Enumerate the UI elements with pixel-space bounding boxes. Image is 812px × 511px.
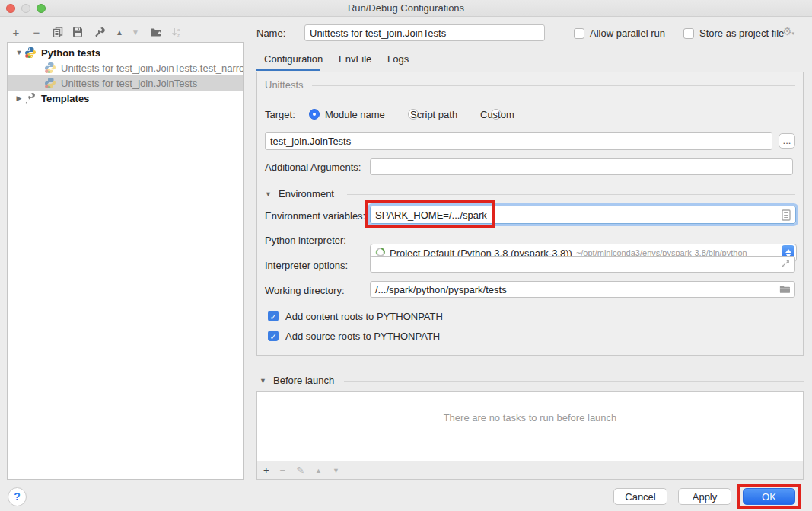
radio-custom-label: Custom: [480, 109, 514, 120]
working-directory-value: /.../spark/python/pyspark/tests: [375, 284, 507, 295]
wrench-icon: [24, 92, 37, 104]
source-roots-checkbox[interactable]: ✓: [268, 331, 279, 341]
ok-button[interactable]: OK: [743, 488, 795, 505]
titlebar: Run/Debug Configurations: [0, 0, 812, 17]
store-as-project-file-checkbox[interactable]: [683, 28, 694, 39]
interpreter-options-input[interactable]: [370, 256, 795, 273]
chevron-right-icon[interactable]: ▶: [14, 94, 24, 102]
before-launch-label: Before launch: [273, 375, 334, 386]
radio-module-name[interactable]: [309, 109, 320, 120]
edit-variables-icon[interactable]: [782, 209, 791, 223]
help-button[interactable]: ?: [8, 487, 27, 506]
target-module-input[interactable]: [265, 132, 772, 150]
environment-variables-input[interactable]: SPARK_HOME=/.../spark: [370, 206, 796, 224]
new-folder-icon[interactable]: [148, 25, 163, 39]
section-separator: [344, 381, 804, 382]
gear-icon[interactable]: ⚙▾: [782, 25, 794, 37]
before-launch-empty-text: There are no tasks to run before launch: [257, 412, 803, 423]
window-title: Run/Debug Configurations: [0, 2, 812, 14]
copy-configuration-icon[interactable]: [50, 25, 65, 39]
svg-text:a: a: [177, 27, 180, 32]
move-down-icon[interactable]: ▼: [128, 25, 143, 39]
task-down-icon[interactable]: ▼: [333, 467, 339, 474]
group-separator: [312, 85, 795, 86]
radio-module-name-label: Module name: [325, 109, 385, 120]
content-roots-checkbox[interactable]: ✓: [268, 311, 279, 321]
tab-logs[interactable]: Logs: [387, 53, 409, 69]
sort-alphabetically-icon[interactable]: az: [169, 25, 184, 39]
environment-collapse-icon[interactable]: ▼: [265, 190, 272, 198]
move-up-icon[interactable]: ▲: [112, 25, 127, 39]
tree-item-python-tests[interactable]: ▼ Python tests: [8, 45, 243, 60]
section-separator: [347, 194, 795, 195]
save-configuration-icon[interactable]: [70, 25, 85, 39]
tree-item-label: Python tests: [41, 47, 100, 59]
python-tests-icon: [24, 46, 37, 59]
folder-icon[interactable]: [779, 285, 790, 296]
chevron-down-icon[interactable]: ▼: [14, 49, 24, 56]
before-launch-toolbar: + − ✎ ▲ ▼: [257, 461, 803, 479]
tab-envfile[interactable]: EnvFile: [339, 53, 371, 69]
radio-script-path-label: Script path: [410, 109, 457, 120]
configurations-tree: ▼ Python tests Unittests for test_join.J…: [7, 42, 244, 480]
before-launch-panel: There are no tasks to run before launch …: [256, 391, 804, 480]
environment-variables-label: Environment variables:: [265, 210, 365, 222]
content-roots-label: Add content roots to PYTHONPATH: [285, 311, 443, 322]
edit-task-icon[interactable]: ✎: [296, 465, 304, 476]
tree-item-templates[interactable]: ▶ Templates: [8, 91, 243, 106]
tree-item-unittest-jointests-selected[interactable]: Unittests for test_join.JoinTests: [8, 75, 243, 91]
before-launch-collapse-icon[interactable]: ▼: [260, 377, 266, 385]
expand-field-icon[interactable]: [781, 259, 790, 270]
active-tab-underline: [256, 69, 320, 71]
target-label: Target:: [265, 109, 295, 120]
additional-arguments-label: Additional Arguments:: [265, 161, 361, 173]
tree-item-unittest-narrow[interactable]: Unittests for test_join.JoinTests.test_n…: [8, 60, 243, 75]
store-as-project-file-label: Store as project file: [699, 27, 784, 39]
environment-variables-value: SPARK_HOME=/.../spark: [375, 209, 487, 221]
unittests-group-label: Unittests: [265, 79, 304, 91]
name-input[interactable]: [304, 24, 545, 41]
svg-text:z: z: [177, 33, 180, 37]
working-directory-label: Working directory:: [265, 285, 345, 296]
remove-configuration-icon[interactable]: −: [29, 25, 44, 39]
remove-task-icon[interactable]: −: [280, 465, 286, 476]
edit-templates-icon[interactable]: [92, 25, 107, 39]
tree-item-label: Templates: [41, 93, 89, 104]
cancel-button[interactable]: Cancel: [613, 488, 667, 505]
allow-parallel-run-checkbox[interactable]: [574, 28, 584, 39]
apply-button[interactable]: Apply: [678, 488, 731, 505]
python-test-icon: [44, 62, 56, 74]
python-interpreter-label: Python interpreter:: [265, 235, 346, 246]
browse-target-button[interactable]: ...: [779, 133, 795, 149]
python-test-icon: [44, 77, 56, 89]
additional-arguments-input[interactable]: [370, 158, 793, 175]
interpreter-options-label: Interpreter options:: [265, 260, 348, 271]
source-roots-label: Add source roots to PYTHONPATH: [285, 331, 440, 342]
working-directory-input[interactable]: /.../spark/python/pyspark/tests: [370, 281, 795, 298]
tree-item-label: Unittests for test_join.JoinTests.test_n…: [61, 62, 243, 74]
task-up-icon[interactable]: ▲: [315, 467, 322, 474]
allow-parallel-run-label: Allow parallel run: [590, 27, 665, 39]
add-configuration-icon[interactable]: +: [8, 25, 24, 39]
configuration-panel: Unittests Target: Module name Script pat…: [256, 72, 804, 356]
name-label: Name:: [256, 27, 285, 39]
add-task-icon[interactable]: +: [263, 465, 269, 476]
environment-section-label: Environment: [279, 188, 334, 200]
tab-configuration[interactable]: Configuration: [264, 53, 323, 69]
tree-item-label: Unittests for test_join.JoinTests: [61, 78, 197, 89]
